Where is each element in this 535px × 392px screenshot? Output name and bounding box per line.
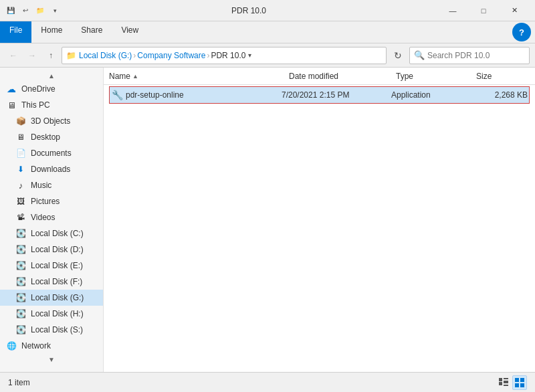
title-bar: 💾 ↩ 📁 ▾ PDR 10.0 — □ ✕ <box>0 0 535 21</box>
title-bar-icons: 💾 ↩ 📁 ▾ <box>5 5 60 16</box>
sidebar-label-disk-h: Local Disk (H:) <box>31 309 84 318</box>
svg-rect-3 <box>504 382 508 383</box>
sidebar-item-disk-g[interactable]: 💽 Local Disk (G:) <box>0 290 103 306</box>
content-area: Name ▲ Date modified Type Size 🔧 pdr-set… <box>104 68 535 372</box>
sidebar-item-disk-f[interactable]: 💽 Local Disk (F:) <box>0 274 103 290</box>
file-row-pdr-setup[interactable]: 🔧 pdr-setup-online 7/20/2021 2:15 PM App… <box>109 86 530 104</box>
undo-icon: ↩ <box>20 5 31 16</box>
save-icon: 💾 <box>5 5 16 16</box>
svg-rect-0 <box>499 378 502 381</box>
file-type-pdr-setup: Application <box>391 90 471 100</box>
col-header-name[interactable]: Name ▲ <box>109 72 289 81</box>
sidebar-label-3d-objects: 3D Objects <box>31 116 70 126</box>
music-icon: ♪ <box>15 179 27 191</box>
sidebar-label-pictures: Pictures <box>31 197 60 206</box>
back-button[interactable]: ← <box>5 47 21 64</box>
search-icon: 🔍 <box>414 50 425 60</box>
svg-rect-8 <box>515 383 519 387</box>
sidebar-label-disk-f: Local Disk (F:) <box>31 277 82 286</box>
tab-share[interactable]: Share <box>72 21 112 43</box>
maximize-button[interactable]: □ <box>468 0 499 21</box>
sidebar-label-documents: Documents <box>31 149 72 158</box>
sidebar-item-disk-e[interactable]: 💽 Local Disk (E:) <box>0 258 103 274</box>
sidebar-item-onedrive[interactable]: ☁ OneDrive <box>0 81 103 97</box>
sidebar-item-downloads[interactable]: ⬇ Downloads <box>0 161 103 177</box>
disk-c-icon: 💽 <box>15 227 27 239</box>
videos-icon: 📽 <box>15 211 27 223</box>
col-header-type[interactable]: Type <box>396 72 476 81</box>
dropdown-arrow-icon[interactable]: ▾ <box>49 5 60 16</box>
sidebar-label-disk-c: Local Disk (C:) <box>31 229 84 238</box>
sidebar-label-disk-e: Local Disk (E:) <box>31 261 83 270</box>
forward-button[interactable]: → <box>24 47 40 64</box>
search-box[interactable]: 🔍 <box>409 47 530 64</box>
sidebar-item-desktop[interactable]: 🖥 Desktop <box>0 129 103 145</box>
downloads-icon: ⬇ <box>15 163 27 175</box>
sidebar-item-disk-s[interactable]: 💽 Local Disk (S:) <box>0 322 103 338</box>
view-toggle <box>496 375 527 390</box>
disk-e-icon: 💽 <box>15 260 27 272</box>
search-input[interactable] <box>427 51 528 60</box>
svg-rect-4 <box>504 381 508 382</box>
minimize-button[interactable]: — <box>437 0 468 21</box>
svg-rect-7 <box>520 378 524 382</box>
sidebar-item-network[interactable]: 🌐 Network <box>0 338 103 354</box>
sidebar-item-3d-objects[interactable]: 📦 3D Objects <box>0 113 103 129</box>
tab-view[interactable]: View <box>112 21 148 43</box>
col-header-size[interactable]: Size <box>476 72 530 81</box>
disk-s-icon: 💽 <box>15 324 27 336</box>
refresh-button[interactable]: ↻ <box>389 47 407 64</box>
breadcrumb-disk[interactable]: Local Disk (G:) <box>79 51 132 60</box>
disk-h-icon: 💽 <box>15 308 27 320</box>
view-details-button[interactable] <box>496 375 511 390</box>
sidebar-item-music[interactable]: ♪ Music <box>0 177 103 193</box>
svg-rect-9 <box>520 383 524 387</box>
sidebar-label-disk-s: Local Disk (S:) <box>31 325 83 334</box>
onedrive-icon: ☁ <box>5 83 17 95</box>
sidebar-label-videos: Videos <box>31 213 55 222</box>
sidebar-item-pictures[interactable]: 🖼 Pictures <box>0 193 103 209</box>
address-dropdown-icon[interactable]: ▾ <box>248 52 251 59</box>
sidebar-item-disk-h[interactable]: 💽 Local Disk (H:) <box>0 306 103 322</box>
sidebar-label-onedrive: OneDrive <box>21 84 56 94</box>
desktop-icon: 🖥 <box>15 131 27 143</box>
svg-rect-2 <box>499 382 502 385</box>
this-pc-icon: 🖥 <box>5 99 17 111</box>
sidebar-label-music: Music <box>31 181 51 190</box>
folder-icon: 📁 <box>35 5 45 16</box>
main-layout: ▲ ☁ OneDrive 🖥 This PC 📦 3D Objects 🖥 De… <box>0 68 535 372</box>
file-size-pdr-setup: 2,268 KB <box>474 90 528 100</box>
svg-rect-1 <box>504 378 508 379</box>
tab-home[interactable]: Home <box>31 21 72 43</box>
sidebar-scroll-up[interactable]: ▲ <box>0 70 103 81</box>
disk-g-icon: 💽 <box>15 292 27 304</box>
sidebar-item-documents[interactable]: 📄 Documents <box>0 145 103 161</box>
sidebar-scroll-down[interactable]: ▼ <box>0 354 103 365</box>
address-path[interactable]: 📁 Local Disk (G:) › Company Software › P… <box>62 47 387 64</box>
sidebar-item-disk-c[interactable]: 💽 Local Disk (C:) <box>0 225 103 241</box>
sidebar-label-desktop: Desktop <box>31 132 60 142</box>
tab-file[interactable]: File <box>0 21 31 43</box>
svg-rect-5 <box>504 385 508 386</box>
sidebar-label-this-pc: This PC <box>21 100 50 110</box>
up-button[interactable]: ↑ <box>43 47 59 64</box>
file-list: 🔧 pdr-setup-online 7/20/2021 2:15 PM App… <box>104 85 535 372</box>
help-button[interactable]: ? <box>512 23 531 41</box>
breadcrumb-company[interactable]: Company Software <box>137 51 205 60</box>
view-tiles-button[interactable] <box>512 375 527 390</box>
sidebar-item-this-pc[interactable]: 🖥 This PC <box>0 97 103 113</box>
close-button[interactable]: ✕ <box>499 0 530 21</box>
sidebar-label-network: Network <box>21 341 51 351</box>
status-bar: 1 item <box>0 372 535 392</box>
network-icon: 🌐 <box>5 340 17 352</box>
file-icon-pdr-setup: 🔧 <box>111 89 123 101</box>
sidebar-item-disk-d[interactable]: 💽 Local Disk (D:) <box>0 241 103 258</box>
documents-icon: 📄 <box>15 147 27 159</box>
file-date-pdr-setup: 7/20/2021 2:15 PM <box>282 90 389 100</box>
col-header-date[interactable]: Date modified <box>289 72 396 81</box>
address-bar: ← → ↑ 📁 Local Disk (G:) › Company Softwa… <box>0 43 535 68</box>
pictures-icon: 🖼 <box>15 195 27 207</box>
sidebar-item-videos[interactable]: 📽 Videos <box>0 209 103 225</box>
sidebar-label-downloads: Downloads <box>31 165 70 174</box>
sort-arrow-name: ▲ <box>132 73 138 80</box>
